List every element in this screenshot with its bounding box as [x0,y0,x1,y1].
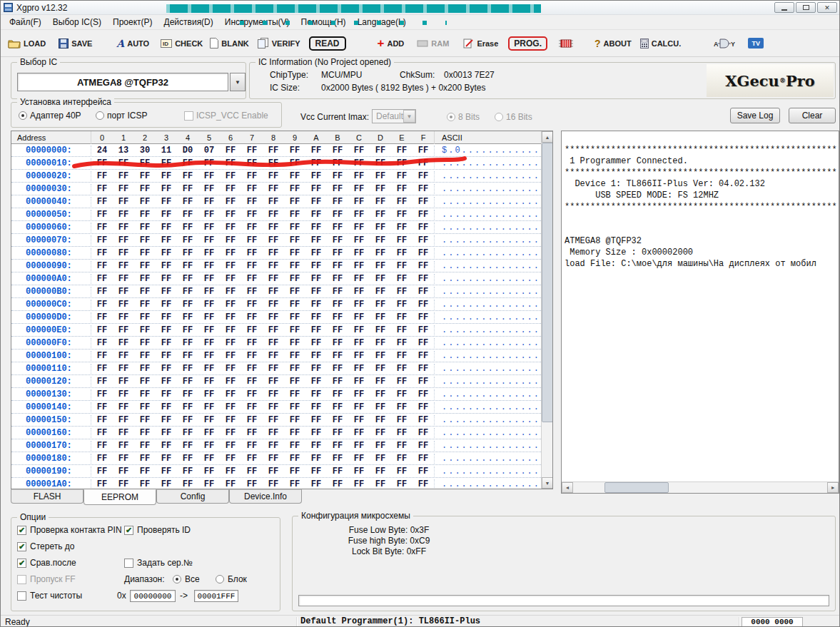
hex-byte[interactable]: FF [305,325,327,335]
hex-byte[interactable]: FF [241,351,263,361]
hex-ascii[interactable]: ................ [434,312,541,322]
hex-byte[interactable]: FF [241,364,263,374]
hex-byte[interactable]: FF [327,223,348,233]
hex-byte[interactable]: FF [305,377,327,387]
hex-ascii[interactable]: ................ [434,402,541,412]
hex-byte[interactable]: FF [391,325,413,335]
hex-byte[interactable]: FF [156,287,177,297]
hex-byte[interactable]: FF [327,235,348,245]
hex-byte[interactable]: 11 [156,146,177,156]
hex-byte[interactable]: FF [327,210,348,220]
hex-byte[interactable]: FF [263,338,284,348]
hex-byte[interactable]: FF [156,479,177,489]
hex-ascii[interactable]: ................ [434,364,541,374]
hex-byte[interactable]: FF [198,171,220,181]
hex-byte[interactable]: FF [263,300,284,310]
hex-byte[interactable]: FF [220,441,241,451]
hex-byte[interactable]: FF [284,454,305,464]
hex-byte[interactable]: FF [284,146,305,156]
hex-byte[interactable]: FF [327,158,348,168]
hex-byte[interactable]: FF [198,377,220,387]
hex-byte[interactable]: FF [156,402,177,412]
hex-byte[interactable]: FF [220,454,241,464]
hex-byte[interactable]: FF [177,325,198,335]
hex-byte[interactable]: FF [263,235,284,245]
hex-ascii[interactable]: ................ [434,223,541,233]
hex-byte[interactable]: FF [134,454,156,464]
hex-byte[interactable]: FF [220,210,241,220]
hex-byte[interactable]: FF [198,158,220,168]
hex-byte[interactable]: FF [134,479,156,489]
hex-byte[interactable]: FF [198,300,220,310]
hex-byte[interactable]: FF [113,351,134,361]
hex-byte[interactable]: FF [284,248,305,258]
hex-byte[interactable]: FF [284,479,305,489]
hex-byte[interactable]: FF [134,389,156,399]
hex-byte[interactable]: FF [220,274,241,284]
hex-byte[interactable]: FF [220,351,241,361]
hex-byte[interactable]: 13 [113,146,134,156]
hex-byte[interactable]: FF [177,287,198,297]
hex-byte[interactable]: FF [263,467,284,476]
hex-byte[interactable]: FF [348,197,370,207]
hex-byte[interactable]: FF [305,171,327,181]
hex-byte[interactable]: FF [91,454,113,464]
hex-byte[interactable]: FF [348,184,370,194]
hex-byte[interactable]: FF [177,184,198,194]
hex-byte[interactable]: FF [156,454,177,464]
set-serial-checkbox[interactable]: Задать сер.№ [124,558,193,568]
hex-byte[interactable]: FF [413,210,434,220]
hex-byte[interactable]: FF [220,223,241,233]
hex-byte[interactable]: FF [413,325,434,335]
hex-byte[interactable]: FF [263,210,284,220]
hex-ascii[interactable]: ................ [434,389,541,399]
hex-byte[interactable]: FF [241,312,263,322]
menu-actions[interactable]: Действия(D) [158,15,219,29]
hex-byte[interactable]: FF [220,235,241,245]
hex-byte[interactable]: FF [241,235,263,245]
hex-byte[interactable]: FF [370,428,391,438]
hex-byte[interactable]: FF [305,287,327,297]
hex-byte[interactable]: FF [391,158,413,168]
range-all-radio[interactable]: Все [173,574,200,584]
minimize-button[interactable] [774,2,794,13]
hex-byte[interactable]: FF [134,248,156,258]
save-button[interactable]: SAVE [59,39,92,49]
hex-byte[interactable]: FF [198,261,220,271]
save-log-button[interactable]: Save Log [730,108,780,123]
hex-ascii[interactable]: ................ [434,210,541,220]
hex-byte[interactable]: FF [327,479,348,489]
hex-byte[interactable]: FF [113,287,134,297]
hex-byte[interactable]: FF [241,146,263,156]
pin-check-checkbox[interactable]: ✔ Проверка контакта PIN [17,525,122,535]
hex-byte[interactable]: FF [348,300,370,310]
hex-byte[interactable]: FF [391,210,413,220]
hex-byte[interactable]: FF [413,171,434,181]
hex-byte[interactable]: FF [198,287,220,297]
hex-byte[interactable]: FF [220,158,241,168]
hex-byte[interactable]: FF [413,300,434,310]
hex-byte[interactable]: FF [113,338,134,348]
hex-byte[interactable]: FF [241,402,263,412]
hex-byte[interactable]: FF [348,377,370,387]
hex-byte[interactable]: FF [391,235,413,245]
hex-byte[interactable]: FF [284,467,305,476]
range-block-radio[interactable]: Блок [216,574,247,584]
hex-byte[interactable]: FF [413,441,434,451]
hex-byte[interactable]: FF [134,274,156,284]
hex-byte[interactable]: FF [91,300,113,310]
hex-byte[interactable]: FF [391,184,413,194]
hex-byte[interactable]: FF [156,377,177,387]
hex-byte[interactable]: FF [156,171,177,181]
hex-byte[interactable]: FF [370,261,391,271]
hex-byte[interactable]: FF [284,171,305,181]
hex-byte[interactable]: FF [91,415,113,425]
hex-byte[interactable]: FF [305,158,327,168]
hex-byte[interactable]: FF [305,389,327,399]
hex-byte[interactable]: FF [305,223,327,233]
hex-byte[interactable]: FF [156,467,177,476]
menu-file[interactable]: Файл(F) [4,15,47,29]
hex-byte[interactable]: FF [305,146,327,156]
hex-byte[interactable]: FF [327,454,348,464]
hex-byte[interactable]: FF [91,287,113,297]
